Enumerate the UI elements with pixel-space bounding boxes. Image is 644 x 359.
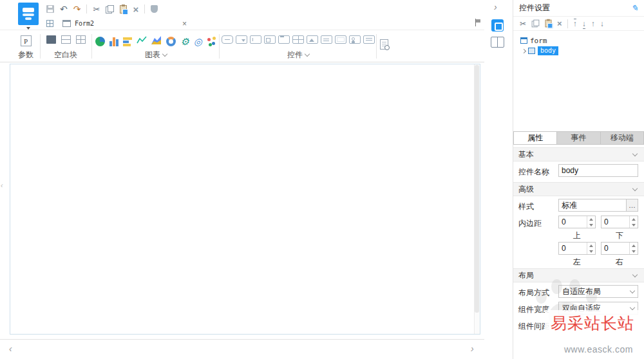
section-advanced[interactable]: 高级 [513,182,644,196]
padding-bottom-stepper[interactable] [601,216,638,228]
cut-icon[interactable]: ✂ [93,5,100,14]
tab-mobile[interactable]: 移动端 [601,131,644,145]
page-preview-icon[interactable] [380,39,388,50]
padding-top-input[interactable] [562,217,585,226]
line-chart-icon[interactable] [137,35,147,47]
app-logo-button[interactable] [18,3,39,25]
ribbon-group-parameters: P 参数 [13,30,39,62]
tab-control-icon[interactable] [278,35,290,44]
charts-dropdown[interactable]: 图表 [145,51,167,59]
tab-properties[interactable]: 属性 [513,131,557,145]
form-node-icon [520,37,527,44]
spinner-up-icon[interactable] [632,218,636,221]
pie-chart-icon[interactable] [95,37,105,46]
bar-chart-icon[interactable] [109,37,118,46]
paste-icon[interactable] [120,5,127,14]
move-top-icon[interactable]: ↑ [573,20,577,28]
tab-events[interactable]: 事件 [557,131,600,145]
spinner-down-icon[interactable] [589,224,593,226]
tree-item-form[interactable]: form [513,35,644,46]
design-canvas[interactable] [10,64,480,335]
redo-icon[interactable]: ↷ [73,5,81,14]
horizontal-bar-chart-icon[interactable] [123,37,132,46]
chevron-down-icon [632,151,638,156]
padding-left-stepper[interactable] [558,242,596,255]
copy-icon[interactable] [532,20,540,28]
paste-icon[interactable] [545,20,552,28]
tab-close-icon[interactable]: × [182,20,187,28]
group-label-parameters: 参数 [18,51,33,59]
move-up-icon[interactable]: ↑ [591,20,595,28]
selection-tool-icon[interactable] [491,19,504,32]
image-control-icon[interactable] [307,35,318,44]
stepper-arrows[interactable] [587,216,595,228]
bubble-chart-icon[interactable]: ◎ [194,37,202,46]
grid-view-icon[interactable] [46,20,53,27]
combobox-control-icon[interactable] [236,35,247,44]
controls-dropdown[interactable]: 控件 [287,51,309,59]
list-control-icon[interactable] [363,35,375,44]
spinner-up-icon[interactable] [632,244,636,247]
layout-mode-select[interactable]: 自适应布局 [558,285,638,298]
control-name-field[interactable] [558,164,638,177]
control-name-input[interactable] [562,166,635,175]
gear-chart-icon[interactable]: ⚙ [180,37,189,46]
vertical-scrollbar-thumb[interactable] [475,65,479,313]
textbox-control-icon[interactable] [250,35,261,44]
spinner-down-icon[interactable] [632,224,636,226]
spinner-down-icon[interactable] [632,250,636,253]
padding-label: 内边距 [518,218,542,229]
stepper-arrows[interactable] [587,243,595,254]
container-control-icon[interactable] [335,35,346,44]
copy-icon[interactable] [106,5,114,14]
scatter-chart-icon[interactable] [207,37,216,46]
padding-left-input[interactable] [562,244,585,253]
spinner-down-icon[interactable] [589,250,593,253]
padding-right-stepper[interactable] [601,242,638,255]
table-control-icon[interactable] [292,35,304,44]
spinner-up-icon[interactable] [589,218,593,221]
shield-icon[interactable] [151,5,158,13]
stepper-arrows[interactable] [629,243,638,254]
area-chart-icon[interactable] [151,35,162,47]
padding-top-stepper[interactable] [558,216,596,228]
section-layout[interactable]: 布局 [513,268,644,282]
save-icon[interactable] [46,5,54,13]
layout-panel-icon[interactable] [491,37,504,48]
tree-item-body[interactable]: body [513,46,644,56]
scroll-left-icon[interactable]: ‹ [9,344,12,353]
scroll-right-icon[interactable]: › [471,344,474,353]
padding-bottom-input[interactable] [604,217,627,226]
solid-block-icon[interactable] [46,35,56,44]
edit-icon[interactable]: ✎ [631,4,638,12]
grid-block-icon[interactable] [76,35,86,44]
radiolist-control-icon[interactable] [349,35,361,44]
move-down-icon[interactable]: ↓ [600,20,604,28]
number-control-icon[interactable] [321,35,332,44]
donut-chart-icon[interactable] [166,37,176,46]
padding-right-input[interactable] [604,244,627,253]
cut-icon[interactable]: ✂ [520,20,526,28]
spinner-up-icon[interactable] [589,244,593,247]
vertical-scrollbar[interactable] [474,64,480,334]
split-block-icon[interactable] [61,35,71,44]
move-bottom-icon[interactable]: ↓ [582,20,586,28]
checkbox-control-icon[interactable] [264,35,276,44]
chevron-right-icon[interactable] [522,48,526,53]
style-field[interactable] [558,199,627,212]
stepper-arrows[interactable] [629,216,638,228]
style-input[interactable] [562,201,623,210]
delete-icon[interactable]: × [133,5,138,14]
parameter-icon[interactable]: P [21,35,32,46]
undo-icon[interactable]: ↶ [60,5,68,14]
panel-expand-icon[interactable]: › [494,3,497,12]
ribbon-divider [219,34,220,59]
style-more-button[interactable]: … [626,199,638,212]
ribbon-pin-icon[interactable] [475,19,481,26]
tab-form2[interactable]: Form2 × [59,17,191,30]
tab-bar: Form2 × [46,17,191,30]
left-panel-collapse-icon[interactable]: ‹ [1,182,3,189]
button-control-icon[interactable] [222,35,233,44]
section-basic[interactable]: 基本 [513,147,644,161]
delete-icon[interactable]: × [557,19,562,28]
